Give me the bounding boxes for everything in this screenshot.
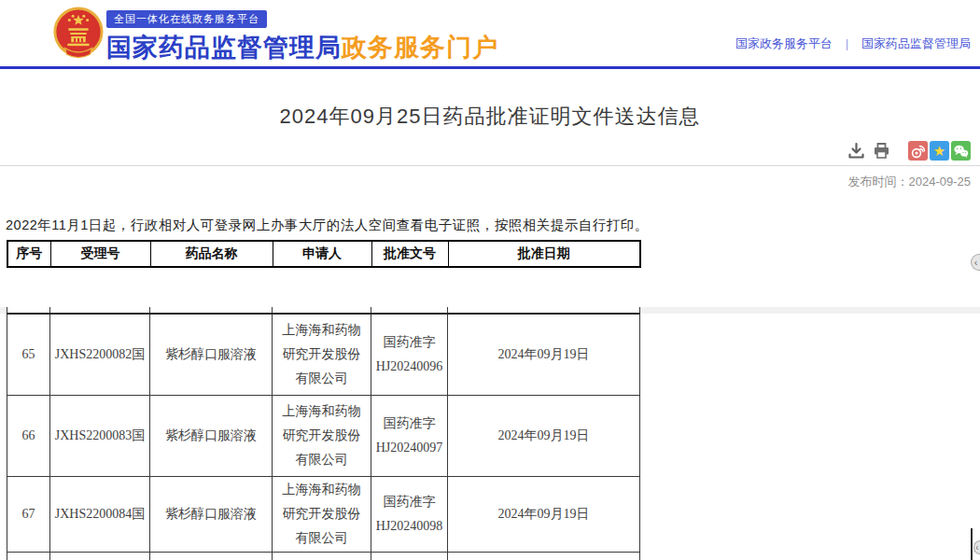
col-header-acceptance-no: 受理号 (50, 241, 150, 267)
table-scroll-region[interactable]: 65 JXHS2200082国 紫杉醇口服溶液 上海海和药物研究开发股份有限公司… (7, 307, 642, 560)
cell-seq: 65 (7, 314, 50, 396)
col-header-seq: 序号 (7, 241, 50, 267)
table-row: 65 JXHS2200082国 紫杉醇口服溶液 上海海和药物研究开发股份有限公司… (7, 314, 640, 396)
publish-date-value: 2024-09-25 (909, 175, 972, 189)
nav-separator: | (846, 37, 848, 50)
nav-link-gov-service-platform[interactable]: 国家政务服务平台 (735, 35, 833, 52)
table-row-clipped-bottom (7, 553, 640, 560)
cell-approval-date: 2024年09月19日 (448, 396, 640, 477)
cell-drug-name: 紫杉醇口服溶液 (150, 477, 273, 553)
results-table-header: 序号 受理号 药品名称 申请人 批准文号 批准日期 (7, 240, 641, 268)
site-title-portal: 政务服务门户 (342, 34, 498, 62)
page-title: 2024年09月25日药品批准证明文件送达信息 (0, 103, 980, 131)
print-icon[interactable] (872, 142, 890, 161)
cell-approval-no: 国药准字HJ20240098 (371, 477, 448, 553)
top-nav: 国家政务服务平台 | 国家药品监督管理局 (735, 35, 971, 52)
page: 全国一体化在线政务服务平台 国家药品监督管理局政务服务门户 国家政务服务平台 |… (0, 0, 980, 560)
share-weibo-icon[interactable] (908, 141, 928, 161)
floating-widget-edge (971, 528, 973, 560)
cell-drug-name: 紫杉醇口服溶液 (150, 396, 273, 477)
publish-date: 发布时间：2024-09-25 (848, 174, 972, 190)
qzone-star-glyph: ★ (933, 144, 945, 158)
site-title-agency: 国家药品监督管理局 (106, 34, 342, 62)
cell-approval-date: 2024年09月19日 (448, 314, 640, 396)
article-toolbar: ★ (847, 141, 971, 161)
site-title-link[interactable]: 国家药品监督管理局政务服务门户 (106, 31, 498, 64)
notice-text: 2022年11月1日起，行政相对人可登录网上办事大厅的法人空间查看电子证照，按照… (6, 217, 649, 234)
side-panel-toggle-icon[interactable]: ‹ (971, 254, 980, 271)
cell-acceptance-no: JXHS2200084国 (50, 477, 150, 553)
nav-link-nmpa[interactable]: 国家药品监督管理局 (861, 35, 971, 52)
cell-acceptance-no: JXHS2200083国 (50, 396, 150, 477)
cell-seq: 67 (7, 477, 50, 553)
share-qzone-icon[interactable]: ★ (930, 141, 949, 161)
cell-acceptance-no: JXHS2200082国 (50, 314, 150, 396)
publish-date-label: 发布时间： (848, 175, 909, 189)
col-header-applicant: 申请人 (273, 241, 371, 267)
platform-badge: 全国一体化在线政务服务平台 (106, 10, 267, 28)
cell-drug-name: 紫杉醇口服溶液 (150, 314, 273, 396)
cell-approval-no: 国药准字HJ20240097 (371, 396, 448, 477)
col-header-drug-name: 药品名称 (150, 241, 273, 267)
cell-applicant: 上海海和药物研究开发股份有限公司 (273, 396, 371, 477)
col-header-approval-date: 批准日期 (448, 241, 640, 267)
site-branding: 全国一体化在线政务服务平台 国家药品监督管理局政务服务门户 (106, 9, 498, 64)
results-table-body: 65 JXHS2200082国 紫杉醇口服溶液 上海海和药物研究开发股份有限公司… (7, 307, 640, 560)
table-row: 67 JXHS2200084国 紫杉醇口服溶液 上海海和药物研究开发股份有限公司… (7, 477, 640, 553)
side-panel-toggle-bottom-icon[interactable]: ‹ (973, 540, 980, 554)
cell-approval-no: 国药准字HJ20240096 (371, 314, 448, 396)
header-divider-bar (0, 66, 980, 69)
col-header-approval-no: 批准文号 (371, 241, 448, 267)
toolbar-divider (0, 165, 980, 166)
cell-seq: 66 (7, 396, 50, 477)
table-row: 66 JXHS2200083国 紫杉醇口服溶液 上海海和药物研究开发股份有限公司… (7, 396, 640, 477)
cell-approval-date: 2024年09月19日 (448, 477, 640, 553)
table-header-row: 序号 受理号 药品名称 申请人 批准文号 批准日期 (7, 241, 640, 267)
download-icon[interactable] (847, 142, 865, 161)
share-wechat-icon[interactable] (951, 141, 971, 161)
cell-applicant: 上海海和药物研究开发股份有限公司 (273, 314, 371, 396)
national-emblem-icon (52, 7, 105, 63)
cell-applicant: 上海海和药物研究开发股份有限公司 (273, 477, 371, 553)
